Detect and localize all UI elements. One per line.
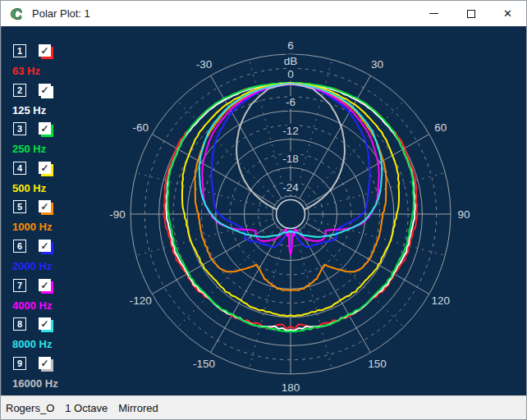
spoke-150deg <box>300 230 371 353</box>
angle-label-30: 30 <box>371 58 383 71</box>
curve-visibility-checkbox[interactable]: ✓ <box>39 200 51 212</box>
spoke-15deg <box>296 60 332 197</box>
center-hole <box>277 200 305 229</box>
app-icon: C <box>8 6 25 22</box>
curve-frequency-label: 2000 Hz <box>12 260 52 272</box>
curve-visibility-checkbox[interactable]: ✓ <box>39 122 51 135</box>
curve-frequency-label: 125 Hz <box>12 104 46 116</box>
close-icon: ✕ <box>503 8 512 19</box>
status-bar: Rogers_O1 OctaveMirrored <box>1 395 526 419</box>
curve-number-button[interactable]: 4 <box>13 162 26 175</box>
angle-label-150: 150 <box>368 358 387 370</box>
title-bar: C Polar Plot: 1 ✕ <box>1 1 526 26</box>
curve-frequency-label: 8000 Hz <box>12 338 52 350</box>
angle-label--120: -120 <box>130 294 152 307</box>
curve-frequency-label: 16000 Hz <box>12 377 58 390</box>
curve-visibility-checkbox[interactable]: ✓ <box>39 84 51 96</box>
status-item-2: Mirrored <box>118 402 158 414</box>
curve-number-button[interactable]: 7 <box>13 279 26 292</box>
check-icon: ✓ <box>40 358 48 369</box>
curve-visibility-checkbox[interactable]: ✓ <box>39 357 51 369</box>
check-icon: ✓ <box>40 280 48 291</box>
curve-number-button[interactable]: 6 <box>13 240 26 253</box>
check-icon: ✓ <box>40 201 48 212</box>
minimize-icon <box>429 13 438 14</box>
curve-visibility-checkbox[interactable]: ✓ <box>39 317 51 330</box>
curve-frequency-label: 63 Hz <box>12 65 40 77</box>
curve-number-button[interactable]: 9 <box>13 357 26 370</box>
window-controls: ✕ <box>415 1 526 26</box>
curve-frequency-label: 1000 Hz <box>12 221 52 233</box>
curve-frequency-label: 250 Hz <box>12 143 46 155</box>
angle-label-120: 120 <box>431 294 450 307</box>
curve-number-button[interactable]: 3 <box>13 122 26 135</box>
angle-label--60: -60 <box>133 121 149 134</box>
db-tick--6: -6 <box>286 96 296 108</box>
db-unit-label: dB <box>284 55 298 67</box>
angle-label-60: 60 <box>434 121 447 134</box>
db-tick-6: 6 <box>287 39 294 52</box>
curve-visibility-checkbox[interactable]: ✓ <box>39 240 51 252</box>
angle-label-90: 90 <box>457 208 470 221</box>
db-tick--18: -18 <box>282 153 299 165</box>
spoke--150deg <box>211 230 282 353</box>
check-icon: ✓ <box>40 318 48 330</box>
spoke--105deg <box>136 219 273 256</box>
minimize-button[interactable] <box>415 1 452 26</box>
curve-visibility-checkbox[interactable]: ✓ <box>39 162 51 174</box>
curve-number-button[interactable]: 5 <box>13 200 26 213</box>
check-icon: ✓ <box>40 84 48 96</box>
curve-frequency-label: 4000 Hz <box>12 299 52 312</box>
polar-plot-window: C Polar Plot: 1 ✕ 60-6-12-18-24dB-3030-6… <box>0 0 527 420</box>
maximize-icon <box>467 10 475 18</box>
check-icon: ✓ <box>40 240 48 252</box>
close-button[interactable]: ✕ <box>489 1 526 26</box>
db-tick-0: 0 <box>287 68 294 80</box>
check-icon: ✓ <box>40 45 48 57</box>
angle-label-180: 180 <box>282 381 300 394</box>
maximize-button[interactable] <box>452 1 489 26</box>
angle-label--90: -90 <box>109 208 126 221</box>
angle-label--150: -150 <box>193 358 215 370</box>
curve-visibility-checkbox[interactable]: ✓ <box>39 44 51 57</box>
spoke-165deg <box>296 231 332 368</box>
curve-frequency-label: 500 Hz <box>12 182 46 194</box>
angle-label--30: -30 <box>196 58 213 71</box>
db-tick--12: -12 <box>282 125 299 137</box>
spoke--15deg <box>250 60 286 197</box>
curve-number-button[interactable]: 8 <box>13 317 26 331</box>
curve-number-button[interactable]: 1 <box>13 44 26 57</box>
curve-number-button[interactable]: 2 <box>13 84 26 97</box>
check-icon: ✓ <box>40 123 48 135</box>
check-icon: ✓ <box>40 162 48 174</box>
window-title: Polar Plot: 1 <box>32 7 90 20</box>
status-item-1: 1 Octave <box>65 402 108 414</box>
db-tick--24: -24 <box>282 181 299 194</box>
curve-visibility-checkbox[interactable]: ✓ <box>39 279 51 291</box>
plot-client-area: 60-6-12-18-24dB-3030-6060-9090-120120-15… <box>1 26 526 397</box>
curve-legend: 1✓63 Hz2✓125 Hz3✓250 Hz4✓500 Hz5✓1000 Hz… <box>2 26 108 397</box>
status-item-0: Rogers_O <box>6 402 54 414</box>
